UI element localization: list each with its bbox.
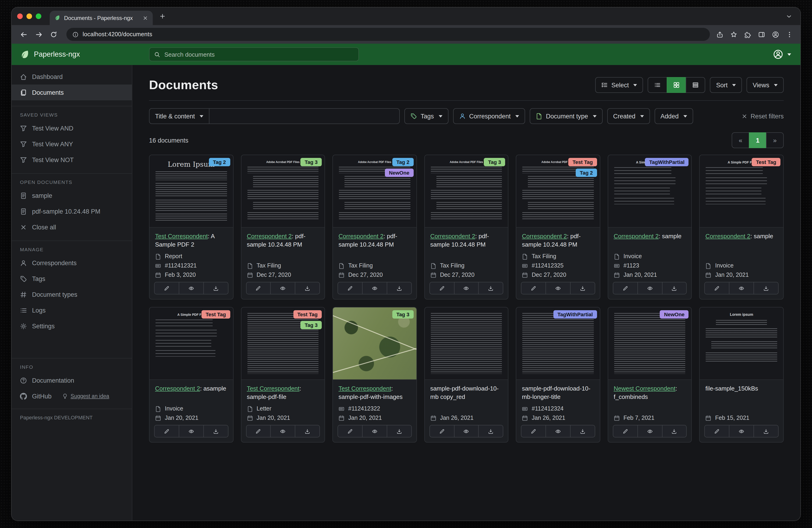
sidebar-item-settings[interactable]: Settings — [12, 318, 132, 334]
tag-badge-tag-3[interactable]: Tag 3 — [300, 321, 322, 329]
pagination-prev-button[interactable]: « — [732, 132, 749, 148]
download-button[interactable] — [295, 282, 320, 295]
edit-button[interactable] — [337, 425, 363, 438]
document-thumbnail[interactable]: Lorem IpsumTag 2 — [149, 155, 233, 228]
back-button[interactable] — [17, 28, 30, 41]
preview-button[interactable] — [637, 282, 662, 295]
document-correspondent-link[interactable]: Newest Correspondent — [614, 385, 676, 392]
preview-button[interactable] — [546, 425, 570, 438]
tag-badge-tag-3[interactable]: Tag 3 — [484, 158, 505, 166]
preview-button[interactable] — [179, 282, 204, 295]
document-correspondent-link[interactable]: Correspondent 2 — [247, 233, 292, 240]
view-details-button[interactable] — [686, 77, 706, 93]
download-button[interactable] — [754, 425, 779, 438]
tag-badge-tag-2[interactable]: Tag 2 — [392, 158, 414, 166]
download-button[interactable] — [570, 425, 595, 438]
tag-badge-tag-2[interactable]: Tag 2 — [209, 158, 230, 166]
site-info-icon[interactable] — [72, 31, 78, 38]
sidebar-item-github[interactable]: GitHubSuggest an idea — [12, 388, 132, 404]
share-icon[interactable] — [716, 31, 723, 38]
edit-button[interactable] — [246, 282, 271, 295]
tag-badge-test-tag[interactable]: Test Tag — [568, 158, 597, 166]
edit-button[interactable] — [154, 282, 179, 295]
pagination-page-1[interactable]: 1 — [749, 132, 767, 148]
views-button[interactable]: Views — [746, 77, 784, 93]
document-correspondent-link[interactable]: Correspondent 2 — [338, 233, 383, 240]
tab-close-icon[interactable] — [143, 15, 148, 21]
download-button[interactable] — [754, 282, 779, 295]
download-button[interactable] — [662, 425, 687, 438]
filter-text-input[interactable] — [209, 108, 400, 124]
browser-tab[interactable]: Documents - Paperless-ngx — [50, 11, 153, 25]
preview-button[interactable] — [362, 425, 387, 438]
extensions-icon[interactable] — [744, 31, 751, 38]
sidebar-item-test-view-any[interactable]: Test View ANY — [12, 136, 132, 152]
edit-button[interactable] — [705, 425, 729, 438]
document-thumbnail[interactable]: Test TagTag 3 — [241, 308, 324, 380]
address-bar[interactable]: localhost:4200/documents — [67, 28, 710, 41]
document-correspondent-link[interactable]: Test Correspondent — [338, 385, 391, 392]
tag-badge-newone[interactable]: NewOne — [660, 310, 689, 318]
download-button[interactable] — [295, 425, 320, 438]
edit-button[interactable] — [246, 425, 271, 438]
view-list-button[interactable] — [648, 77, 667, 93]
document-correspondent-link[interactable]: Correspondent 2 — [522, 233, 567, 240]
tag-badge-tagwithpartial[interactable]: TagWithPartial — [645, 158, 689, 166]
sidebar-item-pdf-sample-10-24-48-pm[interactable]: pdf-sample 10.24.48 PM — [12, 203, 132, 219]
preview-button[interactable] — [637, 425, 662, 438]
sidebar-extra-link-suggest-an-idea[interactable]: Suggest an idea — [62, 393, 109, 399]
sidebar-item-documents[interactable]: Documents — [12, 85, 132, 100]
edit-button[interactable] — [613, 425, 638, 438]
search-input[interactable] — [164, 51, 354, 58]
sidebar-item-logs[interactable]: Logs — [12, 302, 132, 318]
edit-button[interactable] — [429, 425, 454, 438]
document-title-text[interactable]: file-sample_150kBs — [706, 385, 758, 392]
reset-filters-button[interactable]: Reset filters — [741, 113, 784, 119]
user-menu[interactable] — [773, 49, 800, 59]
view-grid-button[interactable] — [667, 77, 686, 93]
filter-correspondent-button[interactable]: Correspondent — [453, 108, 525, 124]
tag-badge-newone[interactable]: NewOne — [385, 169, 414, 177]
download-button[interactable] — [570, 282, 595, 295]
preview-button[interactable] — [729, 282, 754, 295]
document-correspondent-link[interactable]: Correspondent 2 — [430, 233, 475, 240]
document-title-text[interactable]: sample-pdf-download-10-mb-longer-title — [522, 385, 591, 400]
global-search[interactable] — [149, 47, 359, 61]
download-button[interactable] — [387, 282, 412, 295]
tag-badge-test-tag[interactable]: Test Tag — [293, 310, 322, 318]
tag-badge-tag-3[interactable]: Tag 3 — [392, 310, 414, 318]
browser-menu-icon[interactable] — [786, 31, 793, 38]
document-correspondent-link[interactable]: Correspondent 2 — [614, 233, 659, 240]
download-button[interactable] — [662, 282, 687, 295]
document-thumbnail[interactable] — [424, 308, 508, 380]
document-thumbnail[interactable]: Tag 3 — [333, 308, 416, 380]
close-window-button[interactable] — [17, 13, 23, 19]
sidebar-item-correspondents[interactable]: Correspondents — [12, 255, 132, 271]
document-correspondent-link[interactable]: Correspondent 2 — [706, 233, 751, 240]
filter-tags-button[interactable]: Tags — [404, 108, 448, 124]
browser-profile-icon[interactable] — [772, 31, 779, 38]
sidebar-item-dashboard[interactable]: Dashboard — [12, 69, 132, 85]
sidebar-item-document-types[interactable]: Document types — [12, 286, 132, 302]
filter-added-button[interactable]: Added — [654, 108, 693, 124]
preview-button[interactable] — [454, 282, 479, 295]
zoom-window-button[interactable] — [36, 13, 41, 19]
download-button[interactable] — [387, 425, 412, 438]
document-thumbnail[interactable]: A Simple PDF FileTest Tag — [149, 308, 233, 380]
document-thumbnail[interactable]: Adobe Acrobat PDF FilesTest TagTag 2 — [517, 155, 600, 228]
download-button[interactable] — [478, 425, 504, 438]
filter-created-button[interactable]: Created — [607, 108, 650, 124]
side-panel-icon[interactable] — [758, 31, 765, 38]
tab-search-icon[interactable] — [786, 13, 795, 19]
preview-button[interactable] — [546, 282, 570, 295]
document-correspondent-link[interactable]: Test Correspondent — [155, 233, 208, 240]
preview-button[interactable] — [729, 425, 754, 438]
sidebar-item-close-all[interactable]: Close all — [12, 219, 132, 235]
filter-field-button[interactable]: Title & content — [149, 108, 209, 124]
edit-button[interactable] — [521, 425, 546, 438]
edit-button[interactable] — [613, 282, 638, 295]
sort-button[interactable]: Sort — [710, 77, 742, 93]
app-brand[interactable]: Paperless-ngx — [12, 49, 132, 59]
document-title-text[interactable]: sample-pdf-download-10-mb copy_red — [430, 385, 498, 400]
edit-button[interactable] — [154, 425, 179, 438]
